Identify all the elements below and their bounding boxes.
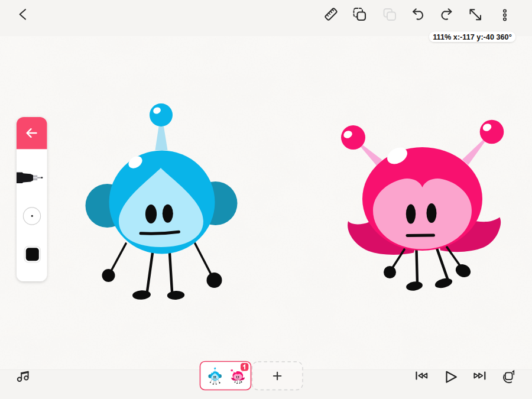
svg-text:111% x:-117 y:-40 360°: 111% x:-117 y:-40 360° [433, 33, 511, 41]
